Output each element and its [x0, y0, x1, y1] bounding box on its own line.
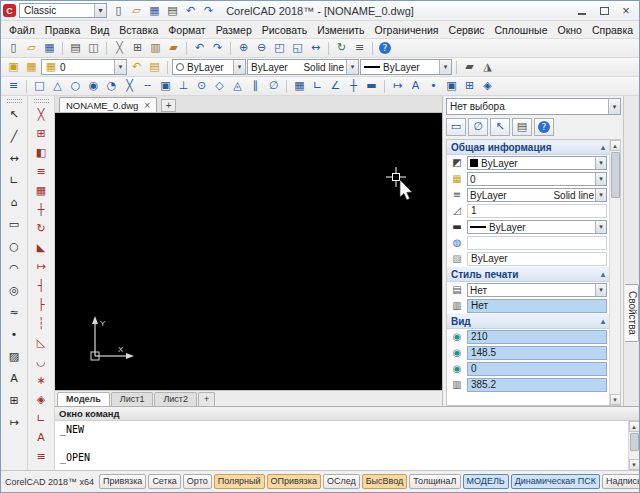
section-header-2[interactable]: Вид▴ — [447, 314, 609, 329]
ortho-mode-icon[interactable]: ∟ — [309, 78, 326, 94]
print-style-table-icon[interactable]: ▥ — [449, 299, 465, 313]
status-toggle-lineweight[interactable]: ТолщинаЛ — [409, 474, 460, 489]
snap-endpoint-icon[interactable]: □ — [31, 78, 48, 94]
copy-icon[interactable]: ⊞ — [129, 40, 146, 56]
zoom-out-icon[interactable]: ⊖ — [253, 40, 270, 56]
refresh-icon[interactable]: ↻ — [333, 40, 350, 56]
palette-options-icon[interactable]: ▤ — [514, 119, 531, 135]
scrollbar-thumb[interactable] — [611, 152, 620, 198]
menu-item-dimension[interactable]: Размер — [211, 21, 257, 39]
polygon-icon[interactable]: ⌂ — [6, 195, 23, 212]
layer-states-icon[interactable]: ▤ — [146, 59, 163, 75]
text-icon[interactable]: A — [6, 371, 23, 388]
snap-insertion-icon[interactable]: ▣ — [157, 78, 174, 94]
print-icon[interactable]: ▤ — [67, 40, 84, 56]
annotation-scale-icon[interactable]: ◮ — [479, 59, 496, 75]
close-button[interactable]: × — [615, 3, 637, 19]
polar-mode-icon[interactable]: ∠ — [327, 78, 344, 94]
menu-item-help[interactable]: Справка — [587, 21, 638, 39]
text-style-icon[interactable]: A — [407, 78, 424, 94]
new-document-tab-button[interactable]: + — [161, 99, 176, 112]
view-height-icon[interactable]: ▥ — [449, 378, 465, 392]
property-view-height-field[interactable]: 385.2 — [467, 378, 607, 392]
scrollbar-thumb[interactable] — [630, 433, 639, 451]
new-icon[interactable]: ▯ — [5, 40, 22, 56]
transparency-icon[interactable]: ▨ — [449, 252, 465, 266]
menu-item-edit[interactable]: Правка — [40, 21, 85, 39]
lineweight-display-icon[interactable]: ▬ — [363, 78, 380, 94]
deselect-all-button[interactable]: ∅ — [468, 118, 488, 136]
help-icon[interactable]: ? — [379, 42, 391, 54]
status-toggle-grid[interactable]: Сетка — [148, 474, 180, 489]
hatch-icon[interactable]: ▨ — [6, 349, 23, 366]
erase-icon[interactable]: ╳ — [33, 107, 50, 124]
toolbar-grip[interactable] — [7, 99, 22, 103]
status-toggle-ortho[interactable]: Орто — [183, 474, 212, 489]
status-toggle-quick-input[interactable]: БысВвод — [362, 474, 408, 489]
snap-perpendicular-icon[interactable]: ⊥ — [175, 78, 192, 94]
quick-select-button[interactable]: ↖ — [490, 118, 510, 136]
property-view-center-y-field[interactable]: 148.5 — [467, 346, 607, 360]
properties-scrollbar[interactable]: ▲ ▼ — [609, 140, 620, 405]
property-lineweight-combo[interactable]: ByLayer▾ — [467, 220, 607, 234]
edit-annotation-icon[interactable]: A — [33, 430, 50, 447]
snap-tangent-icon[interactable]: ⊙ — [193, 78, 210, 94]
dim-style-icon[interactable]: ↦ — [389, 78, 406, 94]
pan-icon[interactable]: ↔ — [307, 40, 324, 56]
dimension-icon[interactable]: ↦ — [6, 415, 23, 432]
menu-item-format[interactable]: Формат — [163, 21, 210, 39]
menu-item-insert[interactable]: Вставка — [114, 21, 163, 39]
trim-icon[interactable]: ┤ — [33, 278, 50, 295]
help-button[interactable]: ? — [534, 118, 554, 136]
zoom-fit-icon[interactable]: ◱ — [289, 40, 306, 56]
extend-icon[interactable]: ├ — [33, 297, 50, 314]
annotation-scale-button[interactable]: Надпись ▾ — [602, 474, 640, 489]
new-icon[interactable]: ▯ — [110, 3, 127, 19]
menu-item-tools[interactable]: Сервис — [444, 21, 490, 39]
snap-intersection-icon[interactable]: ╳ — [121, 78, 138, 94]
print-icon[interactable]: ▤ — [164, 3, 181, 19]
select-entities-button[interactable]: ▭ — [446, 118, 466, 136]
new-sheet-button[interactable]: + — [198, 392, 215, 406]
offset-icon[interactable]: ≡ — [33, 164, 50, 181]
property-hyperlink-field[interactable] — [467, 236, 607, 250]
select-entities-icon[interactable]: ▭ — [448, 119, 465, 135]
collapse-icon[interactable]: ▴ — [601, 143, 605, 152]
snap-clear-icon[interactable]: ∅ — [265, 78, 282, 94]
arc-icon[interactable]: ◠ — [6, 261, 23, 278]
format-painter-icon[interactable]: ▰ — [165, 40, 182, 56]
property-linestyle-combo[interactable]: ByLayerSolid line▾ — [467, 188, 607, 202]
snap-node-icon[interactable]: ◉ — [85, 78, 102, 94]
help-icon[interactable]: ? — [538, 121, 550, 133]
fillet-icon[interactable]: ◡ — [33, 354, 50, 371]
command-window-body[interactable]: _NEW _OPEN ▲ ▼ — [55, 421, 639, 470]
minimize-button[interactable] — [571, 3, 593, 19]
ellipse-icon[interactable]: ◎ — [6, 283, 23, 300]
menu-item-window[interactable]: Окно — [552, 21, 586, 39]
explode-icon[interactable]: ∗ — [33, 373, 50, 390]
section-header-0[interactable]: Общая информация▴ — [447, 140, 609, 155]
attributes-icon[interactable]: ◈ — [479, 78, 496, 94]
palette-options-button[interactable]: ▤ — [512, 118, 532, 136]
weld-icon[interactable]: ◈ — [33, 392, 50, 409]
layer-combo[interactable]: ▦ 0 ▾ — [41, 59, 127, 75]
properties-side-tab[interactable]: Свойства — [625, 284, 639, 342]
lineweight-icon[interactable]: ▬ — [449, 220, 465, 234]
section-header-1[interactable]: Стиль печати▴ — [447, 267, 609, 282]
menu-item-modify[interactable]: Изменить — [312, 21, 369, 39]
property-color-combo[interactable]: ByLayer▾ — [467, 156, 607, 170]
snap-quadrant-icon[interactable]: ◔ — [103, 78, 120, 94]
rectangle-icon[interactable]: ▭ — [6, 217, 23, 234]
redo-icon[interactable]: ↷ — [209, 40, 226, 56]
mirror-icon[interactable]: ◧ — [33, 145, 50, 162]
cut-icon[interactable]: ╳ — [111, 40, 128, 56]
snap-parallel-icon[interactable]: ∥ — [247, 78, 264, 94]
snap-extension-icon[interactable]: ╌ — [139, 78, 156, 94]
status-toggle-esnap[interactable]: ОПривязка — [267, 474, 321, 489]
break-icon[interactable]: ┆ — [33, 316, 50, 333]
rotate-icon[interactable]: ↻ — [33, 221, 50, 238]
copy-entity-icon[interactable]: ⊞ — [33, 126, 50, 143]
property-transparency-field[interactable]: ByLayer — [467, 252, 607, 266]
entity-properties-icon[interactable]: ≡ — [33, 449, 50, 466]
zoom-window-icon[interactable]: ◰ — [271, 40, 288, 56]
